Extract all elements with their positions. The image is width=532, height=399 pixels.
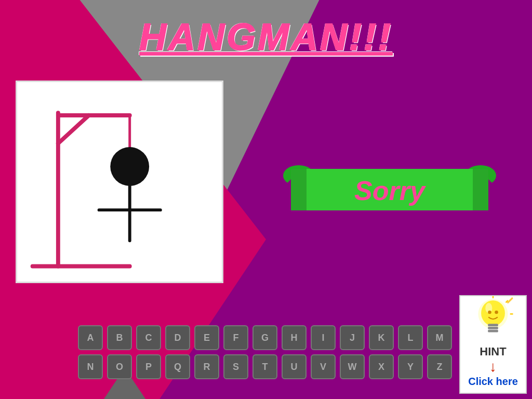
svg-point-22: [488, 311, 491, 314]
key-j[interactable]: J: [340, 325, 365, 350]
key-r[interactable]: R: [194, 354, 219, 379]
svg-marker-14: [473, 169, 488, 210]
key-g[interactable]: G: [252, 325, 277, 350]
keyboard-row-2: N O P Q R S T U V W X Y Z: [78, 354, 452, 379]
key-t[interactable]: T: [252, 354, 277, 379]
svg-point-23: [495, 311, 498, 314]
key-s[interactable]: S: [223, 354, 248, 379]
main-content: HANGMAN!!!: [0, 0, 532, 399]
keyboard: A B C D E F G H I J K L M N O P Q R S T …: [78, 325, 452, 383]
gallows-area: [16, 81, 223, 283]
key-y[interactable]: Y: [398, 354, 423, 379]
hint-click-label[interactable]: Click here: [468, 375, 518, 388]
svg-point-5: [110, 147, 149, 186]
key-u[interactable]: U: [282, 354, 307, 379]
key-a[interactable]: A: [78, 325, 103, 350]
gallows-svg: [17, 82, 222, 282]
key-b[interactable]: B: [107, 325, 132, 350]
key-d[interactable]: D: [165, 325, 190, 350]
hint-button[interactable]: HINT ↓ Click here: [459, 295, 527, 394]
key-e[interactable]: E: [194, 325, 219, 350]
svg-line-27: [508, 298, 512, 302]
key-i[interactable]: I: [311, 325, 336, 350]
page-title: HANGMAN!!!: [0, 16, 532, 58]
sorry-svg: Sorry: [281, 161, 499, 218]
svg-marker-13: [291, 169, 307, 210]
key-w[interactable]: W: [340, 354, 365, 379]
key-v[interactable]: V: [311, 354, 336, 379]
key-l[interactable]: L: [398, 325, 423, 350]
hint-label: HINT: [480, 345, 506, 358]
keyboard-row-1: A B C D E F G H I J K L M: [78, 325, 452, 350]
key-o[interactable]: O: [107, 354, 132, 379]
key-z[interactable]: Z: [427, 354, 452, 379]
key-x[interactable]: X: [369, 354, 394, 379]
key-p[interactable]: P: [136, 354, 161, 379]
sorry-banner: Sorry: [281, 161, 499, 218]
key-h[interactable]: H: [282, 325, 307, 350]
key-k[interactable]: K: [369, 325, 394, 350]
svg-rect-21: [488, 330, 498, 332]
key-n[interactable]: N: [78, 354, 103, 379]
key-f[interactable]: F: [223, 325, 248, 350]
svg-line-3: [58, 115, 89, 143]
svg-marker-11: [281, 179, 291, 200]
key-q[interactable]: Q: [165, 354, 190, 379]
svg-marker-12: [488, 179, 499, 200]
svg-rect-20: [488, 327, 498, 329]
svg-point-17: [481, 300, 505, 326]
hint-arrow-icon: ↓: [489, 358, 497, 375]
svg-text:Sorry: Sorry: [354, 176, 427, 206]
key-c[interactable]: C: [136, 325, 161, 350]
lightbulb-icon: [467, 296, 519, 343]
svg-rect-19: [488, 324, 498, 326]
key-m[interactable]: M: [427, 325, 452, 350]
